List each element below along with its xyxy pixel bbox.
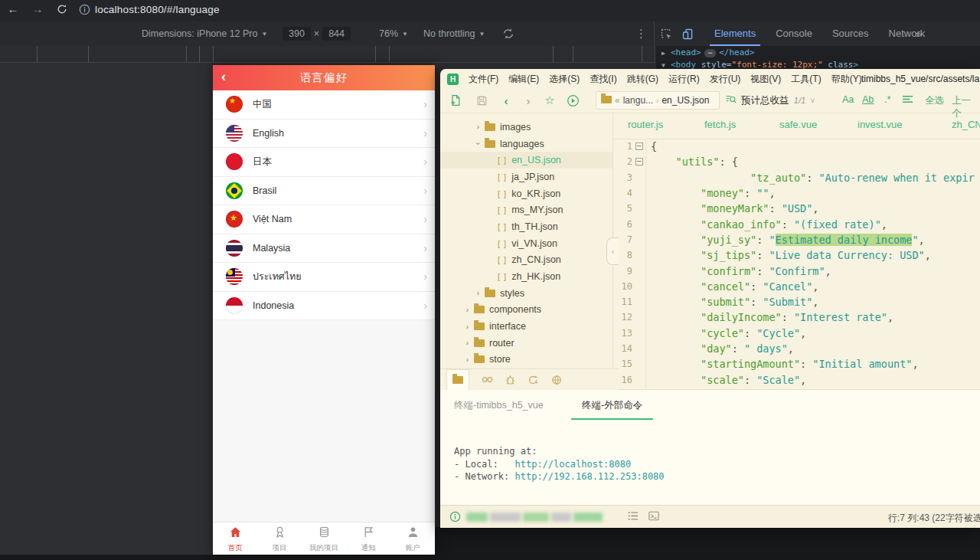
code-line[interactable]: 7 "yuji_sy": "Estimated daily income", xyxy=(612,232,980,247)
search-bar[interactable]: 预计总收益 1/1 ˅ xyxy=(725,91,815,110)
tree-item-interface[interactable]: ›interface xyxy=(440,318,612,335)
star-icon[interactable]: ☆ xyxy=(542,93,557,108)
breadcrumb-file[interactable]: en_US.json xyxy=(662,95,709,106)
more-tabs-icon[interactable]: » xyxy=(916,21,921,46)
tree-item-components[interactable]: ›components xyxy=(440,302,612,319)
code-line[interactable]: 16 "scale": "Scale", xyxy=(612,372,980,387)
tree-item-zh_HK-json[interactable]: [ ]zh_HK.json xyxy=(440,268,612,285)
run-icon[interactable] xyxy=(565,93,580,108)
terminal-output[interactable]: App running at:- Local: http://localhost… xyxy=(454,445,665,483)
viewport-width-input[interactable]: 390 xyxy=(283,27,311,41)
code-editor[interactable]: 1{2 "utils": {3 "tz_auto": "Auto-renew w… xyxy=(612,139,980,389)
menu-item[interactable]: 帮助(Y) xyxy=(829,71,864,87)
code-line[interactable]: 9 "confirm": "Confirm", xyxy=(612,263,980,278)
tree-item-store[interactable]: ›store xyxy=(440,352,612,368)
breadcrumb[interactable]: « langu... › en_US.json xyxy=(596,91,720,110)
tabbar-item-medal[interactable]: 项目 xyxy=(257,522,302,555)
menu-item[interactable]: 视图(V) xyxy=(748,71,783,87)
code-line[interactable]: 6 "cankao_info": "(fixed rate)", xyxy=(612,216,980,231)
editor-tab-fetch-js[interactable]: fetch.js xyxy=(704,119,736,130)
menu-item[interactable]: 文件(F) xyxy=(466,71,501,87)
tree-item-languages[interactable]: ›languages xyxy=(440,136,612,152)
code-line[interactable]: 2 "utils": { xyxy=(612,154,980,169)
code-line[interactable]: 1{ xyxy=(612,139,980,154)
terminal-tab[interactable]: 终端-外部命令 xyxy=(582,399,642,412)
language-row[interactable]: 日本› xyxy=(213,148,435,177)
match-case-button[interactable]: Aa xyxy=(842,94,854,105)
debug-panel-icon[interactable] xyxy=(505,375,515,385)
terminal-icon[interactable] xyxy=(648,511,659,521)
device-toolbar-icon[interactable] xyxy=(681,21,694,46)
editor-tab-safe-vue[interactable]: safe.vue xyxy=(779,119,817,130)
tabbar-item-flag[interactable]: 通知 xyxy=(346,522,390,555)
fold-icon[interactable] xyxy=(632,142,645,150)
code-line[interactable]: 5 "moneyMark": "USD", xyxy=(612,201,980,216)
language-row[interactable]: Malaysia› xyxy=(213,234,435,264)
tree-item-ko_KR-json[interactable]: [ ]ko_KR.json xyxy=(440,185,612,202)
tree-item-th_TH-json[interactable]: [ ]th_TH.json xyxy=(440,218,612,235)
sidebar-collapse-handle[interactable]: ‹ xyxy=(606,237,619,265)
network-panel-icon[interactable] xyxy=(551,375,562,385)
files-panel-tab[interactable] xyxy=(446,369,469,390)
site-info-icon[interactable] xyxy=(79,4,90,18)
chevron-collapsed-icon[interactable]: › xyxy=(463,339,472,347)
devtools-tab-sources[interactable]: Sources xyxy=(832,21,869,46)
breadcrumb-folder[interactable]: langu... xyxy=(623,95,653,106)
menu-item[interactable]: 查找(I) xyxy=(587,71,619,87)
tree-item-vi_VN-json[interactable]: [ ]vi_VN.json xyxy=(440,235,612,252)
code-line[interactable]: 15 "startingAmount": "Initial amount", xyxy=(612,356,980,372)
sync-panel-icon[interactable] xyxy=(528,375,539,385)
code-line[interactable]: 10 "cancel": "Cancel", xyxy=(612,279,980,294)
language-row[interactable]: Brasil› xyxy=(213,177,435,206)
language-row[interactable]: Indonesia› xyxy=(213,292,435,321)
tree-item-images[interactable]: ›images xyxy=(440,119,612,136)
terminal-tab[interactable]: 终端-timibbs_h5_vue xyxy=(454,399,544,412)
whole-word-button[interactable]: Ab xyxy=(862,94,874,105)
code-line[interactable]: 12 "dailyIncome": "Interest rate", xyxy=(612,309,980,325)
tabbar-item-coins[interactable]: 我的项目 xyxy=(302,522,346,555)
forward-icon[interactable]: → xyxy=(29,2,46,15)
terminal-url-link[interactable]: http://localhost:8080 xyxy=(514,459,631,470)
tree-item-router[interactable]: ›router xyxy=(440,335,612,352)
tree-item-ja_JP-json[interactable]: [ ]ja_JP.json xyxy=(440,169,612,185)
tabbar-item-user[interactable]: 账户 xyxy=(390,522,435,555)
devtools-tab-console[interactable]: Console xyxy=(776,21,812,46)
menu-item[interactable]: 选择(S) xyxy=(547,71,582,87)
editor-tab-invest-vue[interactable]: invest.vue xyxy=(858,119,903,130)
tree-item-zh_CN-json[interactable]: [ ]zh_CN.json xyxy=(440,252,612,269)
chevron-down-icon[interactable]: ˅ xyxy=(811,97,815,105)
chevron-expanded-icon[interactable]: › xyxy=(474,139,482,148)
tree-item-styles[interactable]: ›styles xyxy=(440,285,612,302)
select-all-button[interactable]: 全选 xyxy=(925,94,944,107)
code-line[interactable]: 13 "cycle": "Cycle", xyxy=(612,326,980,341)
menu-item[interactable]: 运行(R) xyxy=(666,71,702,87)
code-line[interactable]: 4 "money": "", xyxy=(612,185,980,201)
nav-back-icon[interactable]: ‹ xyxy=(498,93,514,108)
chevron-collapsed-icon[interactable]: › xyxy=(463,355,472,364)
menu-item[interactable]: 工具(T) xyxy=(789,71,823,87)
throttling-select[interactable]: No throttling▼ xyxy=(423,21,485,46)
url-bar[interactable]: localhost:8080/#/language xyxy=(95,4,220,15)
chevron-collapsed-icon[interactable]: › xyxy=(474,289,482,297)
tabbar-item-home[interactable]: 首页 xyxy=(213,522,257,555)
editor-tab-router-js[interactable]: router.js xyxy=(628,119,663,130)
list-results-icon[interactable] xyxy=(902,94,913,106)
tree-item-en_US-json[interactable]: [ ]en_US.json xyxy=(440,152,612,169)
chevron-collapsed-icon[interactable]: › xyxy=(474,123,482,131)
inspect-icon[interactable] xyxy=(660,21,673,46)
new-file-icon[interactable] xyxy=(448,93,463,108)
menu-item[interactable]: 发行(U) xyxy=(707,71,743,87)
refresh-icon[interactable] xyxy=(54,4,70,17)
regex-button[interactable]: .* xyxy=(884,94,890,105)
breadcrumb-collapse-icon[interactable]: « xyxy=(615,95,620,106)
editor-tab-zh_CN-json[interactable]: zh_CN.json xyxy=(952,119,980,130)
viewport-height-input[interactable]: 844 xyxy=(322,27,351,41)
fold-icon[interactable] xyxy=(632,158,645,165)
search-panel-icon[interactable] xyxy=(482,375,493,385)
zoom-select[interactable]: 76%▼ xyxy=(379,21,408,46)
more-options-icon[interactable]: ⋮ xyxy=(635,21,647,46)
language-row[interactable]: ประเทศไทย› xyxy=(213,263,435,292)
menu-item[interactable]: 跳转(G) xyxy=(625,71,661,87)
code-line[interactable]: 3 "tz_auto": "Auto-renew when it expir xyxy=(612,170,980,185)
nav-forward-icon[interactable]: › xyxy=(521,93,536,108)
